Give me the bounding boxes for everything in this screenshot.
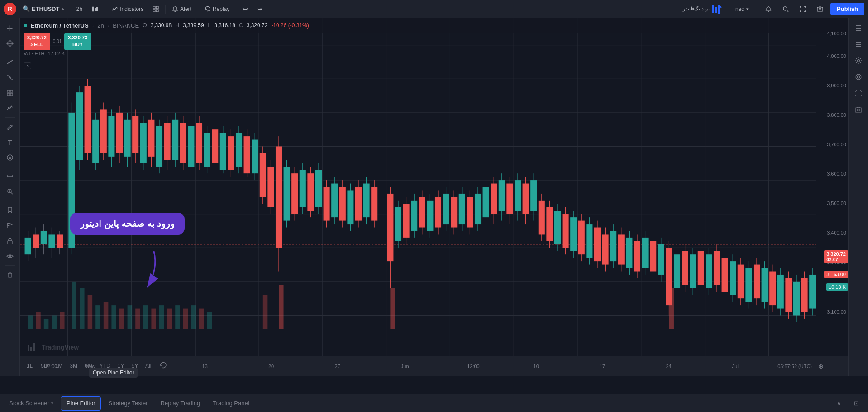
svg-rect-123 [267,167,274,207]
svg-rect-73 [68,113,75,248]
svg-rect-227 [690,254,696,288]
tf-1y[interactable]: 1Y [114,360,128,371]
tf-logo-text: تریدینگ‌فایندر [683,6,710,12]
text-tool[interactable]: T [3,135,17,149]
svg-rect-173 [475,194,481,224]
tf-1d[interactable]: 1D [24,360,37,371]
notify-button[interactable] [762,3,775,15]
emoji-tool[interactable] [3,150,17,165]
lock-tool[interactable] [3,234,17,248]
svg-rect-278 [191,305,196,329]
stock-screener-tab[interactable]: Stock Screener ▾ [4,396,59,411]
rt-target[interactable] [851,70,866,84]
low-label: L [208,22,211,29]
svg-rect-37 [8,241,12,244]
rt-menu1[interactable] [851,21,866,35]
undo-button[interactable]: ↩ [239,3,252,15]
time-24: 24 [666,364,671,369]
time-27: 27 [334,364,340,369]
tf-5y[interactable]: 5Y [128,360,141,371]
svg-rect-288 [856,42,861,43]
svg-rect-111 [220,133,226,170]
svg-rect-7 [153,10,155,12]
alert-button[interactable]: Alert [168,3,195,15]
chart-type-button[interactable] [88,3,102,15]
sell-price: 3,320.72 [27,34,47,41]
svg-rect-282 [279,285,284,329]
flag-tool[interactable] [3,218,17,233]
collapse-panel-button[interactable]: ∧ [831,396,847,411]
trading-panel-tab[interactable]: Trading Panel [207,396,254,411]
fullscreen-button[interactable] [796,3,810,15]
fib-tool[interactable] [3,70,17,85]
templates-button[interactable] [149,3,162,15]
svg-rect-75 [76,92,83,160]
svg-rect-191 [546,207,553,241]
svg-rect-79 [92,120,99,163]
rt-menu2[interactable] [851,37,866,52]
tf-ytd[interactable]: YTD [96,360,114,371]
indicator-tool[interactable] [3,101,17,115]
svg-rect-175 [483,187,489,217]
rt-settings[interactable] [851,53,866,68]
pattern-tool[interactable] [3,86,17,100]
buy-button[interactable]: 3,320.73 BUY [64,33,91,50]
svg-rect-177 [491,184,497,214]
eye-tool[interactable] [3,249,17,263]
svg-rect-219 [658,244,664,275]
camera-button[interactable] [813,3,827,15]
ned-dropdown[interactable]: ned ▾ [732,3,752,15]
svg-rect-263 [72,282,76,329]
indicators-button[interactable]: Indicators [108,3,147,15]
svg-rect-276 [175,305,180,329]
svg-point-38 [9,255,11,257]
publish-button[interactable]: Publish [830,3,864,15]
crosshair-tool[interactable]: ✛ [3,21,17,35]
replay-trading-tab[interactable]: Replay Trading [155,396,205,411]
svg-rect-139 [331,184,338,218]
svg-rect-275 [167,309,172,329]
sell-button[interactable]: 3,320.72 SELL [24,33,50,50]
svg-rect-281 [263,295,268,329]
tf-replay-icon[interactable] [160,362,167,370]
zoom-tool[interactable] [3,184,17,199]
left-toolbar: ✛ T [0,18,20,376]
tf-1m[interactable]: 1M [52,360,66,371]
price-3100: 3,100.00 [827,309,846,315]
svg-rect-105 [196,123,202,163]
tf-5d[interactable]: 5D [38,360,51,371]
tf-6m[interactable]: 6M [81,360,95,371]
measure-tool[interactable] [3,169,17,183]
svg-line-33 [11,192,13,194]
draw-tool[interactable] [3,120,17,134]
svg-rect-133 [307,173,314,211]
popout-panel-button[interactable]: ⊡ [849,396,864,411]
svg-point-13 [783,7,787,10]
svg-rect-205 [602,234,609,264]
line-tool[interactable] [3,55,17,69]
svg-rect-284 [669,288,674,329]
rt-camera2[interactable] [851,102,866,117]
price-3200: 3,200.00 [827,284,846,290]
strategy-tester-tab[interactable]: Strategy Tester [103,396,153,411]
svg-rect-9 [712,5,714,13]
buy-label: BUY [68,41,87,48]
svg-point-294 [858,77,859,77]
search-top-button[interactable] [779,3,792,15]
pine-editor-tab[interactable]: Pine Editor [61,396,101,411]
svg-point-16 [819,8,821,10]
bookmark-tool[interactable] [3,203,17,217]
tf-all[interactable]: All [142,360,154,371]
replay-button[interactable]: Replay [201,3,233,15]
time-plus[interactable]: ⊕ [818,363,824,370]
symbol-name: ETHUSDT [32,5,59,12]
tf-3m[interactable]: 3M [67,360,81,371]
redo-button[interactable]: ↪ [253,3,266,15]
trash-tool[interactable] [3,268,17,282]
rt-fullscreen2[interactable] [851,86,866,101]
collapse-indicator[interactable]: ∧ [24,62,31,69]
symbol-selector[interactable]: 🔍 ETHUSDT + [20,5,67,12]
svg-rect-195 [563,214,569,248]
move-tool[interactable] [3,36,17,51]
timeframe-button[interactable]: 2h [73,3,86,15]
